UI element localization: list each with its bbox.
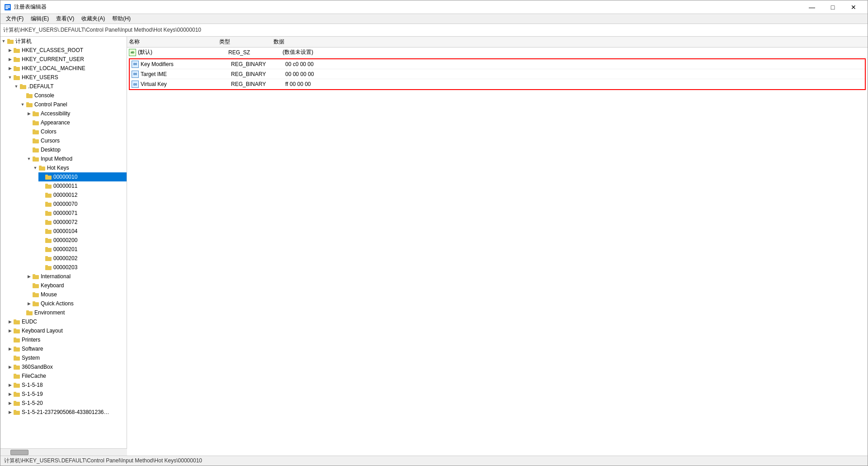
tree-label-s152123: S-1-5-21-2372905068-433801236…	[22, 409, 109, 415]
expand-s1518[interactable]: ▶	[7, 382, 13, 388]
minimize-button[interactable]: —	[802, 0, 822, 14]
tree-row-mouse[interactable]: Mouse	[26, 290, 127, 299]
svg-rect-44	[45, 221, 52, 225]
expand-software[interactable]: ▶	[7, 346, 13, 352]
expand-hotkeys[interactable]: ▼	[32, 165, 38, 171]
folder-icon-00000012	[45, 191, 52, 199]
detail-row-keymodifiers[interactable]: 00 Key Modifiers REG_BINARY 00 c0 00 00	[130, 59, 865, 69]
svg-rect-50	[45, 248, 52, 252]
svg-rect-56	[33, 275, 39, 279]
address-label: 计算机\HKEY_USERS\.DEFAULT\Control Panel\In…	[3, 26, 201, 34]
tree-row-00000203[interactable]: 00000203	[38, 263, 127, 272]
tree-row-console[interactable]: Console	[19, 91, 127, 100]
menu-file[interactable]: 文件(F)	[2, 14, 27, 24]
detail-row-virtualkey[interactable]: 00 Virtual Key REG_BINARY ff 00 00 00	[130, 79, 865, 89]
statusbar-text: 计算机\HKEY_USERS\.DEFAULT\Control Panel\In…	[4, 457, 202, 465]
folder-icon-appearance	[32, 119, 39, 126]
tree-row-00000012[interactable]: 00000012	[38, 190, 127, 200]
folder-icon-controlpanel	[26, 101, 33, 108]
menu-view[interactable]: 查看(V)	[52, 14, 78, 24]
tree-row-00000011[interactable]: 00000011	[38, 181, 127, 190]
expand-default[interactable]: ▼	[13, 83, 19, 90]
svg-rect-62	[33, 302, 39, 306]
folder-icon-hklm	[13, 65, 20, 72]
tree-node-hkcu: ▶ HKEY_CURRENT_USER	[0, 55, 127, 64]
svg-rect-47	[45, 229, 48, 230]
tree-row-keyboardlayout[interactable]: ▶ Keyboard Layout	[7, 326, 127, 335]
tree-row-accessibility[interactable]: ▶ Accessibility	[26, 109, 127, 118]
tree-row-computer[interactable]: ▼ 计算机	[0, 37, 127, 46]
tree-node-system: System	[0, 353, 127, 362]
svg-rect-15	[20, 84, 23, 86]
expand-computer[interactable]: ▼	[0, 38, 7, 44]
expand-s1520[interactable]: ▶	[7, 400, 13, 406]
tree-row-system[interactable]: System	[7, 353, 127, 362]
tree-row-00000201[interactable]: 00000201	[38, 245, 127, 254]
expand-international[interactable]: ▶	[26, 273, 32, 280]
detail-row-targetime[interactable]: 00 Target IME REG_BINARY 00 00 00 00	[130, 69, 865, 79]
tree-label-s1519: S-1-5-19	[22, 391, 43, 397]
tree-row-hkcr[interactable]: ▶ HKEY_CLASSES_ROOT	[7, 46, 127, 55]
expand-s152123[interactable]: ▶	[7, 409, 13, 415]
tree-row-00000070[interactable]: 00000070	[38, 200, 127, 209]
menu-favorites[interactable]: 收藏夹(A)	[78, 14, 108, 24]
tree-row-hklm[interactable]: ▶ HKEY_LOCAL_MACHINE	[7, 64, 127, 73]
expand-accessibility[interactable]: ▶	[26, 110, 32, 117]
svg-rect-5	[7, 39, 10, 40]
tree-node-filecache: FileCache	[0, 371, 127, 380]
tree-row-s1518[interactable]: ▶ S-1-5-18	[7, 380, 127, 390]
tree-row-00000071[interactable]: 00000071	[38, 209, 127, 218]
tree-row-international[interactable]: ▶ International	[26, 272, 127, 281]
tree-scroll-thumb[interactable]	[10, 450, 28, 455]
tree-scrollbar-x[interactable]	[0, 448, 127, 456]
tree-row-cursors[interactable]: Cursors	[26, 136, 127, 145]
tree-row-controlpanel[interactable]: ▼ Control Panel	[19, 100, 127, 109]
tree-row-filecache[interactable]: FileCache	[7, 371, 127, 380]
menu-help[interactable]: 帮助(H)	[108, 14, 134, 24]
expand-keyboardlayout[interactable]: ▶	[7, 328, 13, 334]
expand-hklm[interactable]: ▶	[7, 65, 13, 71]
svg-rect-81	[14, 383, 16, 384]
close-button[interactable]: ✕	[843, 0, 864, 14]
tree-row-default[interactable]: ▼ .DEFAULT	[13, 82, 127, 91]
tree-row-360sandbox[interactable]: ▶ 360SandBox	[7, 362, 127, 371]
expand-s1519[interactable]: ▶	[7, 391, 13, 397]
expand-hku[interactable]: ▼	[7, 74, 13, 81]
detail-cell-type-default: REG_SZ	[228, 49, 283, 56]
tree-row-desktop[interactable]: Desktop	[26, 145, 127, 154]
tree-row-00000072[interactable]: 00000072	[38, 218, 127, 227]
tree-row-s1520[interactable]: ▶ S-1-5-20	[7, 399, 127, 408]
tree-row-s1519[interactable]: ▶ S-1-5-19	[7, 390, 127, 399]
tree-label-360sandbox: 360SandBox	[22, 364, 53, 370]
tree-row-hkcu[interactable]: ▶ HKEY_CURRENT_USER	[7, 55, 127, 64]
folder-icon-00000070	[45, 200, 52, 208]
tree-row-hotkeys[interactable]: ▼ Hot Keys	[32, 163, 127, 172]
folder-icon-quickactions	[32, 300, 39, 307]
expand-hkcr[interactable]: ▶	[7, 47, 13, 53]
tree-row-00000200[interactable]: 00000200	[38, 236, 127, 245]
tree-row-software[interactable]: ▶ Software	[7, 344, 127, 353]
detail-row-default[interactable]: ab (默认) REG_SZ (数值未设置)	[127, 48, 868, 57]
tree-row-eudc[interactable]: ▶ EUDC	[7, 317, 127, 326]
tree-row-printers[interactable]: Printers	[7, 335, 127, 344]
tree-row-hku[interactable]: ▼ HKEY_USERS	[7, 73, 127, 82]
tree-row-00000104[interactable]: 00000104	[38, 227, 127, 236]
expand-controlpanel[interactable]: ▼	[19, 101, 26, 108]
tree-row-00000010[interactable]: 00000010	[38, 172, 127, 181]
tree-row-colors[interactable]: Colors	[26, 127, 127, 136]
maximize-button[interactable]: □	[822, 0, 843, 14]
expand-inputmethod[interactable]: ▼	[26, 156, 32, 162]
expand-hkcu[interactable]: ▶	[7, 56, 13, 62]
tree-row-s152123[interactable]: ▶ S-1-5-21-2372905068-433801236…	[7, 408, 127, 417]
tree-row-inputmethod[interactable]: ▼ Input Method	[26, 154, 127, 163]
tree-row-environment[interactable]: Environment	[19, 308, 127, 317]
tree-row-quickactions[interactable]: ▶ Quick Actions	[26, 299, 127, 308]
expand-eudc[interactable]: ▶	[7, 319, 13, 325]
expand-quickactions[interactable]: ▶	[26, 300, 32, 307]
tree-row-keyboard[interactable]: Keyboard	[26, 281, 127, 290]
expand-360sandbox[interactable]: ▶	[7, 364, 13, 370]
tree-row-00000202[interactable]: 00000202	[38, 254, 127, 263]
menu-edit[interactable]: 编辑(E)	[27, 14, 52, 24]
tree-row-appearance[interactable]: Appearance	[26, 118, 127, 127]
folder-icon-hotkeys	[38, 164, 46, 171]
